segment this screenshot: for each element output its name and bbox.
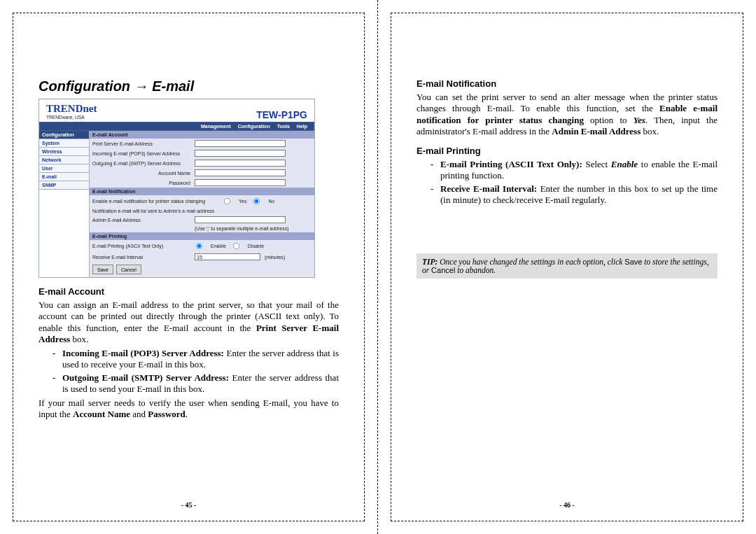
- section-email-account: E-mail Account: [90, 131, 314, 139]
- section-email-printing: E-mail Printing: [90, 232, 314, 240]
- lbl-interval: Receive E-mail Interval: [92, 255, 190, 260]
- page-46: E-mail Notification You can set the prin…: [378, 0, 756, 534]
- para-verify: If your mail server needs to verify the …: [38, 398, 339, 421]
- config-panel: E-mail Account Print Server E-mail Addre…: [90, 131, 314, 277]
- li-pop3: Incoming E-mail (POP3) Server Address: E…: [52, 348, 339, 370]
- sidebar-item-wireless[interactable]: Wireless: [39, 148, 89, 156]
- para-email-account: You can assign an E-mail address to the …: [38, 300, 339, 345]
- input-ps-email[interactable]: [195, 140, 286, 147]
- radio-eprint-disable[interactable]: [233, 243, 239, 249]
- opt-yes: Yes: [239, 199, 246, 204]
- opt-enable: Enable: [211, 244, 226, 248]
- li-eprint: E-mail Printing (ASCII Text Only): Selec…: [430, 159, 718, 181]
- li-smtp: Outgoing E-mail (SMTP) Server Address: E…: [52, 372, 339, 395]
- tip-box: TIP: Once you have changed the settings …: [416, 253, 718, 279]
- lbl-notif-note: Notification e-mail will be sent to Admi…: [92, 209, 214, 213]
- sidebar-item-system[interactable]: System: [39, 139, 89, 148]
- lbl-ps-email: Print Server E-mail Address: [92, 141, 190, 146]
- opt-no: No: [268, 199, 274, 204]
- li-interval: Receive E-mail Interval: Enter the numbe…: [430, 183, 718, 206]
- lbl-account-name: Account Name: [92, 171, 190, 176]
- menu-tools[interactable]: Tools: [275, 124, 292, 129]
- list-email-account: Incoming E-mail (POP3) Server Address: E…: [38, 348, 339, 395]
- menu-help[interactable]: Help: [295, 124, 309, 129]
- lbl-admin-hint: (Use ';' to separate multiple e-mail add…: [195, 226, 289, 231]
- brand-logo: TRENDnet: [46, 104, 97, 114]
- sidebar-item-network[interactable]: Network: [39, 156, 89, 164]
- page-number: - 46 -: [378, 501, 756, 509]
- model-label: TEW-P1PG: [256, 109, 307, 120]
- page-number: - 45 -: [0, 501, 377, 509]
- radio-notif-no[interactable]: [253, 198, 260, 204]
- menu-management[interactable]: Management: [199, 124, 233, 129]
- sidebar: Configuration System Wireless Network Us…: [39, 131, 90, 277]
- config-screenshot: TRENDnet TRENDware, USA TEW-P1PG Managem…: [38, 99, 315, 278]
- sidebar-item-snmp[interactable]: SNMP: [39, 181, 89, 190]
- input-password[interactable]: [195, 179, 286, 186]
- lbl-pop3: Incoming E-mail (POP3) Server Address: [92, 151, 190, 156]
- heading-email-account: E-mail Account: [38, 286, 339, 297]
- lbl-password: Password: [92, 181, 190, 185]
- sidebar-item-user[interactable]: User: [39, 164, 89, 173]
- section-email-notification: E-mail Notification: [90, 188, 314, 195]
- page-title: Configuration → E-mail: [38, 78, 339, 94]
- input-smtp[interactable]: [195, 160, 286, 167]
- lbl-minutes: (minutes): [265, 255, 285, 260]
- lbl-admin-email: Admin E-mail Address: [92, 218, 190, 223]
- lbl-smtp: Outgoing E-mail (SMTP) Server Address: [92, 161, 190, 166]
- lbl-eprint: E-mail Printing (ASCII Text Only): [92, 244, 190, 248]
- radio-eprint-enable[interactable]: [196, 243, 202, 249]
- list-email-printing: E-mail Printing (ASCII Text Only): Selec…: [416, 159, 718, 206]
- input-admin-email[interactable]: [195, 216, 286, 223]
- input-account-name[interactable]: [195, 169, 286, 176]
- sidebar-item-email[interactable]: E-mail: [39, 173, 89, 181]
- page-45: Configuration → E-mail TRENDnet TRENDwar…: [0, 0, 378, 534]
- lbl-enable-notif: Enable e-mail notification for printer s…: [92, 199, 218, 204]
- brand-sub: TRENDware, USA: [46, 115, 85, 120]
- top-menu: Management Configuration Tools Help: [39, 122, 314, 131]
- para-email-notification: You can set the print server to send an …: [416, 92, 718, 137]
- menu-configuration[interactable]: Configuration: [236, 124, 272, 129]
- sidebar-head: Configuration: [39, 131, 89, 139]
- input-interval[interactable]: [195, 253, 260, 260]
- opt-disable: Disable: [248, 244, 264, 248]
- heading-email-printing: E-mail Printing: [416, 146, 718, 156]
- cancel-button[interactable]: Cancel: [116, 265, 141, 274]
- input-pop3[interactable]: [195, 150, 286, 157]
- save-button[interactable]: Save: [92, 265, 113, 274]
- heading-email-notification: E-mail Notification: [416, 78, 718, 89]
- radio-notif-yes[interactable]: [224, 198, 230, 204]
